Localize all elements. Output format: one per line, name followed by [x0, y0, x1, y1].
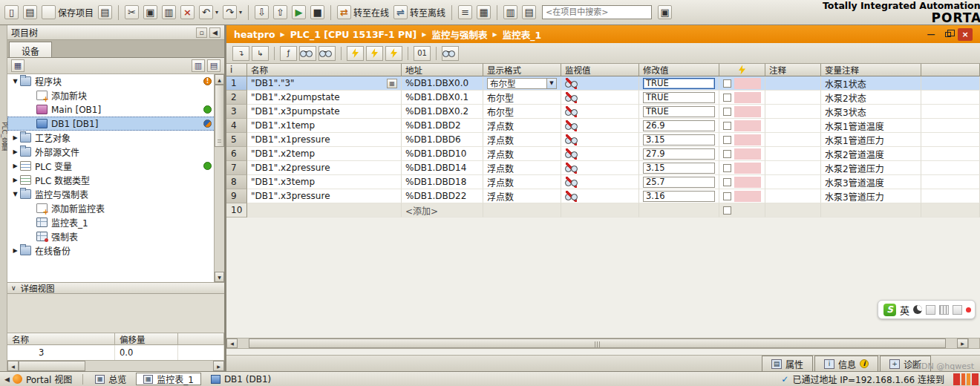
- modify-trigger-cell[interactable]: [719, 76, 765, 91]
- modify-with-trigger-icon[interactable]: [385, 46, 402, 61]
- row-number[interactable]: 10: [226, 203, 247, 217]
- start-simulation-button[interactable]: ▦: [475, 4, 492, 20]
- insert-row-icon[interactable]: ↴: [232, 46, 249, 61]
- monitor-cell[interactable]: [561, 76, 639, 91]
- monitor-all-icon[interactable]: [299, 46, 316, 61]
- tree-item-external-sources[interactable]: ▶外部源文件: [7, 145, 224, 159]
- tag-comment-cell[interactable]: 水泵3状态: [821, 105, 921, 119]
- address-cell[interactable]: %DB1.DBD22: [402, 189, 483, 203]
- details-col-name[interactable]: 名称: [7, 333, 115, 345]
- col-name[interactable]: 名称: [247, 64, 402, 76]
- tree-item-online-backups[interactable]: ▶在线备份: [7, 243, 224, 258]
- scroll-down-icon[interactable]: ▼: [215, 272, 224, 282]
- modify-value-input[interactable]: 26.9: [643, 120, 715, 131]
- modify-trigger-cell[interactable]: [719, 175, 765, 189]
- new-project-button[interactable]: ▯: [3, 4, 20, 20]
- modify-cell[interactable]: 3.15: [639, 161, 719, 175]
- redo-button[interactable]: ↷▾: [221, 4, 244, 20]
- modify-value-input[interactable]: 3.15: [643, 163, 715, 174]
- open-project-button[interactable]: ▤: [22, 4, 39, 20]
- address-cell[interactable]: <添加>: [402, 203, 483, 217]
- tag-comment-cell[interactable]: 水泵3管道温度: [821, 175, 921, 189]
- modify-checkbox[interactable]: [723, 79, 731, 88]
- details-view-icon[interactable]: ▥: [192, 59, 205, 72]
- upload-from-device-button[interactable]: ⇧: [272, 4, 289, 20]
- expander-icon[interactable]: ▶: [10, 163, 20, 169]
- scrollbar-track[interactable]: [19, 361, 213, 371]
- format-cell[interactable]: 浮点数: [483, 119, 561, 133]
- comment-cell[interactable]: [765, 175, 821, 189]
- statusbar-tab-db1[interactable]: DB1 (DB1): [203, 373, 278, 385]
- row-number[interactable]: 5: [226, 133, 247, 147]
- scroll-left-icon[interactable]: ◀: [226, 338, 238, 348]
- row-number[interactable]: 7: [226, 161, 247, 175]
- modify-trigger-cell[interactable]: [719, 105, 765, 119]
- details-row[interactable]: 3 0.0: [7, 345, 224, 360]
- statusbar-tab-watch-table-1[interactable]: ▦监控表_1: [136, 373, 201, 385]
- format-cell[interactable]: 浮点数: [483, 133, 561, 147]
- name-cell[interactable]: "DB1".x3pressure: [247, 189, 402, 203]
- expander-icon[interactable]: ▶: [10, 148, 20, 155]
- monitor-cell[interactable]: [561, 175, 639, 189]
- modify-value-input[interactable]: 3.15: [643, 134, 715, 145]
- modify-checkbox[interactable]: [723, 164, 731, 172]
- pin-icon[interactable]: ▫: [196, 27, 207, 38]
- row-number[interactable]: 9: [226, 189, 247, 203]
- address-cell[interactable]: %DB1.DBD18: [402, 175, 483, 189]
- modify-checkbox[interactable]: [723, 136, 731, 144]
- start-cpu-button[interactable]: ▶: [290, 4, 307, 20]
- name-cell[interactable]: "DB1".x3temp: [247, 175, 402, 189]
- modify-value-input[interactable]: 27.9: [643, 148, 715, 160]
- undo-button[interactable]: ↶▾: [197, 4, 220, 20]
- row-number[interactable]: 1: [226, 76, 247, 91]
- address-cell[interactable]: %DB1.DBD14: [402, 161, 483, 175]
- comment-cell[interactable]: [765, 105, 821, 119]
- details-hscrollbar[interactable]: ◀ ▶: [7, 360, 224, 371]
- go-offline-button[interactable]: ⇌转至离线: [392, 4, 447, 20]
- address-cell[interactable]: %DB1.DBD10: [402, 147, 483, 161]
- ime-language-toggle[interactable]: 英: [900, 303, 909, 317]
- copy-button[interactable]: ▣: [142, 4, 159, 20]
- vertical-split-button[interactable]: ▤: [520, 4, 538, 20]
- tab-info[interactable]: i信息i: [814, 356, 878, 371]
- tag-comment-cell[interactable]: 水泵2管道压力: [821, 161, 921, 175]
- modify-now-icon[interactable]: [366, 46, 383, 61]
- monitor-cell[interactable]: [561, 119, 639, 133]
- modify-value-input[interactable]: TRUE: [643, 106, 715, 117]
- table-hscrollbar[interactable]: ◀ ▶: [226, 338, 968, 349]
- monitor-cell[interactable]: [561, 91, 639, 105]
- monitor-cell[interactable]: [561, 105, 639, 119]
- tree-item-program-blocks[interactable]: ▼程序块!: [7, 74, 224, 88]
- col-tag-comment[interactable]: 变量注释: [821, 64, 921, 76]
- modify-selected-icon[interactable]: [347, 46, 364, 61]
- breadcrumb-item[interactable]: heatpro: [234, 29, 275, 40]
- tree-item-db1[interactable]: DB1 [DB1]: [7, 117, 224, 131]
- comment-cell[interactable]: [765, 119, 821, 133]
- portal-view-button[interactable]: ◀ Portal 视图: [4, 373, 78, 385]
- format-dropdown[interactable]: 布尔型▼: [487, 78, 557, 89]
- row-number[interactable]: 3: [226, 105, 247, 119]
- address-cell[interactable]: %DB1.DBD2: [402, 119, 483, 133]
- breadcrumb-item[interactable]: PLC_1 [CPU 1513F-1 PN]: [290, 29, 417, 40]
- tree-item-main-ob1[interactable]: Main [OB1]: [7, 102, 224, 117]
- tag-comment-cell[interactable]: 水泵2管道温度: [821, 147, 921, 161]
- comment-cell[interactable]: [765, 189, 821, 203]
- print-button[interactable]: ▤: [97, 4, 114, 20]
- accessible-devices-button[interactable]: ≡: [457, 4, 474, 20]
- modify-trigger-cell[interactable]: [719, 189, 765, 203]
- toolbox-icon[interactable]: [953, 305, 962, 315]
- expander-icon[interactable]: ▶: [10, 134, 20, 141]
- modify-cell[interactable]: TRUE: [639, 76, 719, 91]
- modify-checkbox[interactable]: [723, 150, 731, 158]
- breadcrumb-item[interactable]: 监控表_1: [503, 27, 541, 42]
- tag-comment-cell[interactable]: 水泵1管道压力: [821, 133, 921, 147]
- modify-trigger-cell[interactable]: [719, 91, 765, 105]
- modify-trigger-cell[interactable]: [719, 119, 765, 133]
- expander-icon[interactable]: ▶: [10, 177, 20, 183]
- breadcrumb-item[interactable]: 监控与强制表: [431, 27, 487, 42]
- col-index[interactable]: i: [226, 64, 247, 76]
- expander-icon[interactable]: ▶: [10, 247, 20, 254]
- tag-comment-cell[interactable]: [821, 203, 921, 217]
- tree-item-add-watch-table[interactable]: 添加新监控表: [7, 201, 224, 215]
- modify-cell[interactable]: [639, 203, 719, 217]
